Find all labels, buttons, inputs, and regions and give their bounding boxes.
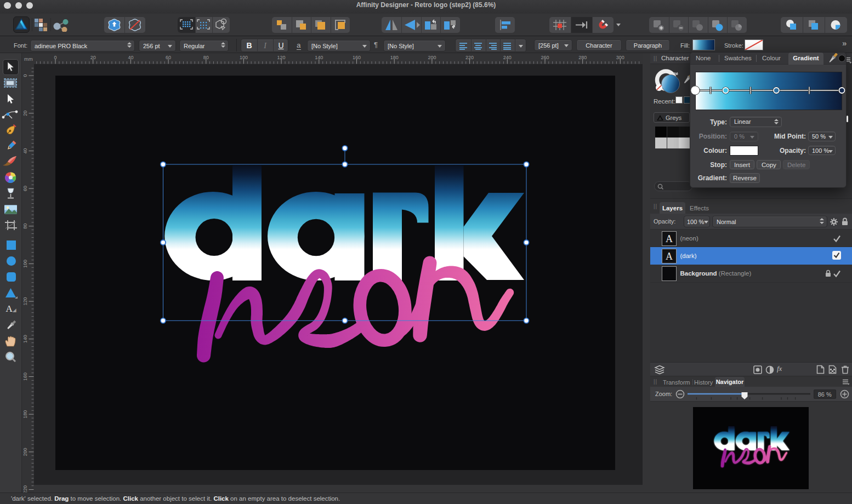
svg-text:mm: mm xyxy=(24,56,33,62)
svg-text:240: 240 xyxy=(503,55,512,60)
svg-text:40: 40 xyxy=(22,148,28,153)
svg-text:200: 200 xyxy=(22,448,28,456)
svg-text:80: 80 xyxy=(22,224,28,229)
svg-text:0: 0 xyxy=(54,55,56,60)
svg-text:20: 20 xyxy=(22,111,28,116)
svg-text:140: 140 xyxy=(315,55,323,60)
svg-text:180: 180 xyxy=(22,410,28,419)
svg-text:20: 20 xyxy=(90,55,96,60)
svg-text:220: 220 xyxy=(465,55,474,60)
svg-text:120: 120 xyxy=(277,55,286,60)
svg-text:60: 60 xyxy=(166,55,171,60)
svg-text:80: 80 xyxy=(203,55,209,60)
svg-text:40: 40 xyxy=(128,55,133,60)
svg-text:60: 60 xyxy=(22,186,28,191)
svg-text:300: 300 xyxy=(616,55,624,60)
svg-text:0: 0 xyxy=(22,74,28,77)
svg-text:160: 160 xyxy=(22,373,28,381)
svg-text:200: 200 xyxy=(428,55,436,60)
svg-text:280: 280 xyxy=(578,55,587,60)
svg-text:260: 260 xyxy=(541,55,549,60)
svg-text:180: 180 xyxy=(390,55,399,60)
svg-text:140: 140 xyxy=(22,335,28,343)
svg-text:120: 120 xyxy=(22,297,28,306)
svg-text:160: 160 xyxy=(353,55,361,60)
svg-text:220: 220 xyxy=(22,485,28,492)
svg-text:100: 100 xyxy=(240,55,248,60)
svg-text:100: 100 xyxy=(22,260,28,268)
